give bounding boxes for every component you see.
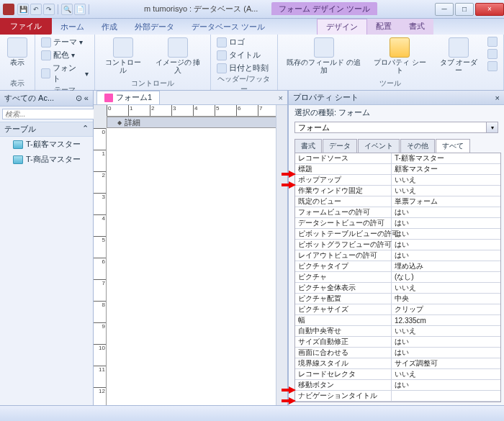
tab-arrange[interactable]: 配置: [367, 19, 400, 35]
object-selector-input[interactable]: [294, 122, 487, 133]
property-row[interactable]: ピクチャ(なし): [295, 272, 500, 283]
datetime-button[interactable]: 日付と時刻: [215, 62, 270, 74]
property-value[interactable]: はい: [392, 207, 500, 217]
property-row[interactable]: 既定のビュー単票フォーム: [295, 196, 500, 207]
property-value[interactable]: はい: [392, 218, 500, 228]
chevron-down-icon[interactable]: ⊙ «: [76, 94, 89, 103]
nav-category[interactable]: テーブル ⌃: [0, 122, 93, 137]
property-row[interactable]: データシートビューの許可はい: [295, 218, 500, 229]
property-value[interactable]: T-顧客マスター: [392, 153, 500, 163]
property-row[interactable]: 自動中央寄せいいえ: [295, 326, 500, 337]
tab-design[interactable]: デザイン: [317, 19, 367, 35]
property-row[interactable]: 作業ウィンドウ固定いいえ: [295, 186, 500, 196]
property-value[interactable]: 顧客マスター: [392, 164, 500, 174]
tab-external[interactable]: 外部データ: [126, 19, 183, 35]
property-row[interactable]: ナビゲーションタイトル: [295, 391, 500, 402]
property-value[interactable]: いいえ: [392, 175, 500, 185]
tab-format[interactable]: 書式: [400, 19, 433, 35]
property-row[interactable]: レコードセレクタいいえ: [295, 369, 500, 380]
property-tab[interactable]: その他: [400, 139, 435, 153]
property-value[interactable]: いいえ: [392, 283, 500, 293]
undo-icon[interactable]: ↶: [30, 4, 42, 15]
tab-home[interactable]: ホーム: [52, 19, 93, 35]
tool-misc-icon[interactable]: [486, 60, 499, 72]
property-row[interactable]: 移動ボタンはい: [295, 380, 500, 391]
close-button[interactable]: ×: [475, 3, 504, 16]
property-value[interactable]: 中央: [392, 294, 500, 304]
property-value[interactable]: いいえ: [392, 186, 500, 196]
property-value[interactable]: はい: [392, 348, 500, 358]
property-tab[interactable]: イベント: [358, 139, 400, 153]
property-value[interactable]: はい: [392, 229, 500, 239]
add-existing-fields-button[interactable]: 既存のフィールド の追加: [282, 36, 366, 76]
fonts-button[interactable]: フォント ▾: [40, 62, 90, 85]
object-selector[interactable]: ▾: [294, 122, 498, 133]
insert-image-button[interactable]: イメージの 挿入: [150, 36, 206, 76]
property-tab[interactable]: データ: [323, 139, 357, 153]
maximize-button[interactable]: □: [455, 3, 474, 16]
property-tab[interactable]: 書式: [294, 139, 322, 153]
themes-button[interactable]: テーマ ▾: [40, 36, 90, 48]
property-grid[interactable]: レコードソースT-顧客マスター標題顧客マスターポップアップいいえ作業ウィンドウ固…: [294, 153, 501, 402]
design-surface[interactable]: [107, 128, 287, 405]
save-icon[interactable]: 💾: [17, 4, 29, 15]
tab-order-button[interactable]: タブ オーダー: [434, 36, 483, 76]
nav-item-table[interactable]: T-顧客マスター: [0, 137, 93, 152]
property-value[interactable]: はい: [392, 337, 500, 347]
property-row[interactable]: 幅12.335cm: [295, 315, 500, 326]
tool-misc-icon[interactable]: [486, 48, 499, 60]
qat-item-icon[interactable]: 🔍: [61, 4, 73, 15]
redo-icon[interactable]: ↷: [43, 4, 55, 15]
scrollbar-vertical[interactable]: [276, 105, 287, 405]
property-row[interactable]: 境界線スタイルサイズ調整可: [295, 358, 500, 369]
property-name: 幅: [295, 315, 392, 325]
minimize-button[interactable]: ─: [435, 3, 454, 16]
chevron-down-icon[interactable]: ▾: [487, 122, 498, 133]
property-value[interactable]: はい: [392, 250, 500, 261]
property-row[interactable]: ポップアップいいえ: [295, 175, 500, 186]
property-value[interactable]: (なし): [392, 272, 500, 282]
tool-misc-icon[interactable]: [486, 36, 499, 47]
property-row[interactable]: フォームビューの許可はい: [295, 207, 500, 218]
group-label: 表示: [4, 78, 30, 89]
close-icon[interactable]: ×: [495, 94, 500, 102]
property-value[interactable]: 埋め込み: [392, 261, 500, 271]
property-value[interactable]: はい: [392, 240, 500, 250]
close-tab-icon[interactable]: ×: [279, 94, 283, 102]
search-input[interactable]: [2, 109, 99, 119]
property-value[interactable]: クリップ: [392, 304, 500, 314]
property-row[interactable]: サイズ自動修正はい: [295, 337, 500, 348]
property-sheet-button[interactable]: プロパティ シート: [369, 36, 431, 76]
qat-item-icon[interactable]: 📄: [74, 4, 86, 15]
title-button[interactable]: タイトル: [215, 49, 270, 61]
property-row[interactable]: レイアウトビューの許可はい: [295, 250, 500, 261]
nav-header[interactable]: すべての Ac... ⊙ «: [0, 91, 93, 107]
view-button[interactable]: 表示: [4, 36, 30, 68]
property-value[interactable]: いいえ: [392, 369, 500, 379]
tab-create[interactable]: 作成: [93, 19, 126, 35]
property-row[interactable]: 標題顧客マスター: [295, 164, 500, 175]
property-tab[interactable]: すべて: [436, 139, 470, 153]
form-tab[interactable]: フォーム1: [96, 91, 160, 104]
tab-file[interactable]: ファイル: [0, 18, 52, 35]
property-row[interactable]: ピボットテーブルビューの許可はい: [295, 229, 500, 240]
property-row[interactable]: ピクチャ全体表示いいえ: [295, 283, 500, 294]
property-value[interactable]: 12.335cm: [392, 317, 500, 325]
property-row[interactable]: ピクチャタイプ埋め込み: [295, 261, 500, 272]
property-value[interactable]: はい: [392, 380, 500, 390]
property-row[interactable]: 画面に合わせるはい: [295, 348, 500, 358]
detail-section-header[interactable]: 詳細: [107, 117, 287, 128]
nav-item-table[interactable]: T-商品マスター: [0, 152, 93, 167]
controls-gallery-button[interactable]: コントロール: [99, 36, 147, 76]
property-name: フォームビューの許可: [295, 207, 392, 217]
property-value[interactable]: サイズ調整可: [392, 358, 500, 368]
property-value[interactable]: 単票フォーム: [392, 196, 500, 207]
property-row[interactable]: ピクチャ配置中央: [295, 294, 500, 304]
tab-dbtools[interactable]: データベース ツール: [183, 19, 274, 35]
logo-button[interactable]: ロゴ: [215, 36, 270, 48]
property-row[interactable]: ピクチャサイズクリップ: [295, 304, 500, 315]
property-row[interactable]: レコードソースT-顧客マスター: [295, 153, 500, 164]
property-row[interactable]: ピボットグラフビューの許可はい: [295, 240, 500, 250]
colors-button[interactable]: 配色 ▾: [40, 49, 90, 61]
property-value[interactable]: いいえ: [392, 326, 500, 336]
